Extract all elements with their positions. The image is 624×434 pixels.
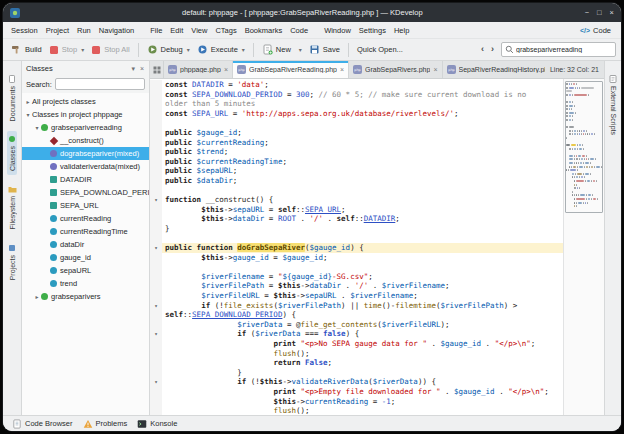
tree-item-currentreadingtime[interactable]: currentReadingTime bbox=[22, 225, 149, 238]
dock-tab-documents[interactable]: Documents bbox=[7, 71, 17, 125]
panel-close-icon[interactable]: × bbox=[139, 64, 145, 73]
navigate-forward-button[interactable]: › bbox=[488, 43, 497, 56]
collapse-arrow-icon[interactable]: ▾ bbox=[33, 124, 41, 131]
menu-run[interactable]: Run bbox=[73, 24, 95, 37]
code-line[interactable]: ▾public function doGrabSepaRiver($gauge_… bbox=[150, 243, 563, 253]
expand-arrow-icon[interactable]: ▸ bbox=[24, 98, 32, 105]
code-line[interactable]: const DATADIR = 'data'; bbox=[150, 80, 563, 90]
code-line[interactable]: public $dataDir; bbox=[150, 176, 563, 186]
code-browser-toggle[interactable]: Code Browser bbox=[8, 418, 77, 430]
navigate-back-button[interactable]: ‹ bbox=[478, 43, 487, 56]
code-area[interactable]: const DATADIR = 'data';const SEPA_DOWNLO… bbox=[150, 79, 563, 415]
tree-item-validateriverdata-mixed-[interactable]: validateriverdata(mixed) bbox=[22, 160, 149, 173]
code-line[interactable]: $this->currentReading = -1; bbox=[150, 397, 563, 407]
code-line[interactable]: public $gauge_id; bbox=[150, 128, 563, 138]
expand-arrow-icon[interactable]: ▸ bbox=[33, 293, 41, 300]
code-line[interactable]: const SEPA_DOWNLOAD_PERIOD = 300; // 60 … bbox=[150, 90, 563, 100]
quick-open-button[interactable]: Quick Open... bbox=[354, 43, 406, 56]
menu-session[interactable]: Session bbox=[7, 24, 42, 37]
code-line[interactable]: flush(); bbox=[150, 349, 563, 359]
tree-item-grabseparivers[interactable]: ▸grabseparivers bbox=[22, 290, 149, 303]
menu-bookmarks[interactable]: Bookmarks bbox=[241, 24, 287, 37]
search-input[interactable] bbox=[516, 46, 612, 53]
tree-item-all-projects-classes[interactable]: ▸All projects classes bbox=[22, 95, 149, 108]
debug-button[interactable]: Debug ▾ bbox=[144, 42, 193, 57]
code-line[interactable]: const SEPA_URL = 'http://apps.sepa.org.u… bbox=[150, 109, 563, 119]
tree-item-currentreading[interactable]: currentReading bbox=[22, 212, 149, 225]
editor-tab-separiverreadinghistory-php[interactable]: phpSepaRiverReadingHistory.php× bbox=[443, 61, 545, 78]
tree-item-trend[interactable]: trend bbox=[22, 277, 149, 290]
dock-tab-external-scripts[interactable]: External Scripts bbox=[608, 71, 618, 139]
code-line[interactable]: flush(); bbox=[150, 406, 563, 415]
menu-edit[interactable]: Edit bbox=[166, 24, 187, 37]
code-line[interactable]: ▾function __construct() { bbox=[150, 195, 563, 205]
menu-project[interactable]: Project bbox=[42, 24, 73, 37]
code-line[interactable] bbox=[150, 234, 563, 244]
tree-item-dograbsepariver-mixed-[interactable]: dograbsepariver(mixed) bbox=[22, 147, 149, 160]
panel-options-icon[interactable]: ▾ bbox=[130, 64, 136, 73]
quick-open-search[interactable] bbox=[501, 42, 616, 57]
editor-tab-grabsepariverreading-php[interactable]: phpGrabSepaRiverReading.php× bbox=[233, 61, 349, 78]
code-line[interactable]: $riverData = @file_get_contents($riverFi… bbox=[150, 320, 563, 330]
stop-dropdown-icon[interactable]: ▾ bbox=[81, 46, 84, 53]
menu-help[interactable]: Help bbox=[390, 24, 413, 37]
fold-marker-icon[interactable]: ▾ bbox=[150, 377, 162, 387]
fold-marker-icon[interactable]: ▾ bbox=[150, 301, 162, 311]
dock-tab-projects[interactable]: Projects bbox=[7, 240, 17, 284]
fold-marker-icon[interactable]: ▾ bbox=[150, 329, 162, 339]
menu-file[interactable]: File bbox=[146, 24, 166, 37]
fold-marker-icon[interactable]: ▾ bbox=[150, 243, 162, 253]
konsole-toggle[interactable]: Konsole bbox=[133, 418, 181, 430]
editor-tab-grabseparivers-php[interactable]: phpGrabSepaRivers.php× bbox=[349, 61, 442, 78]
code-line[interactable]: public $sepaURL; bbox=[150, 166, 563, 176]
code-line[interactable]: $riverFilePath = $this->dataDir . '/' . … bbox=[150, 281, 563, 291]
classes-search-input[interactable] bbox=[55, 78, 145, 90]
code-line[interactable]: public $currentReading; bbox=[150, 138, 563, 148]
code-line[interactable]: public $currentReadingTime; bbox=[150, 157, 563, 167]
tree-item-sepaurl[interactable]: sepaURL bbox=[22, 264, 149, 277]
close-button[interactable]: × bbox=[610, 9, 614, 17]
tab-close-icon[interactable]: × bbox=[433, 66, 437, 73]
code-line[interactable]: print "<p>No SEPA gauge data for " . $ga… bbox=[150, 339, 563, 349]
tab-close-icon[interactable]: × bbox=[224, 66, 228, 73]
menu-view[interactable]: View bbox=[187, 24, 211, 37]
code-line[interactable]: ▾ if ($riverData === false) { bbox=[150, 329, 563, 339]
code-line[interactable]: } bbox=[150, 224, 563, 234]
tree-item-gauge-id[interactable]: gauge_id bbox=[22, 251, 149, 264]
code-line[interactable]: self::SEPA_DOWNLOAD_PERIOD) { bbox=[150, 310, 563, 320]
tree-item--construct-[interactable]: __construct() bbox=[22, 134, 149, 147]
tree-item-datadir[interactable]: dataDir bbox=[22, 238, 149, 251]
tree-item-grabsepariverreading[interactable]: ▾grabsepariverreading bbox=[22, 121, 149, 134]
tree-item-sepa-url[interactable]: SEPA_URL bbox=[22, 199, 149, 212]
code-line[interactable]: $riverFileURL = $this->sepaURL . $riverF… bbox=[150, 291, 563, 301]
dock-tab-filesystem[interactable]: Filesystem bbox=[7, 181, 18, 233]
code-line[interactable]: public $trend; bbox=[150, 147, 563, 157]
editor-tab-phppage-php[interactable]: phpphppage.php× bbox=[164, 61, 233, 78]
code-line[interactable]: return False; bbox=[150, 358, 563, 368]
tree-item-sepa-download-period[interactable]: SEPA_DOWNLOAD_PERIOD bbox=[22, 186, 149, 199]
code-line[interactable]: ▾ if (!file_exists($riverFilePath) || ti… bbox=[150, 301, 563, 311]
code-line[interactable]: $this->gauge_id = $gauge_id; bbox=[150, 253, 563, 263]
menu-settings[interactable]: Settings bbox=[355, 24, 390, 37]
collapse-arrow-icon[interactable]: ▾ bbox=[24, 111, 32, 118]
debug-dropdown-icon[interactable]: ▾ bbox=[187, 46, 190, 53]
code-line[interactable] bbox=[150, 118, 563, 128]
code-line[interactable]: print "<p>Empty file downloaded for " . … bbox=[150, 387, 563, 397]
save-button[interactable]: Save bbox=[306, 42, 343, 57]
document-switcher-button[interactable] bbox=[150, 61, 164, 78]
minimap-scrollbar[interactable] bbox=[563, 79, 604, 415]
new-button[interactable]: New bbox=[259, 42, 294, 57]
code-line[interactable]: $this->dataDir = ROOT . '/' . self::DATA… bbox=[150, 214, 563, 224]
code-line[interactable]: $this->sepaURL = self::SEPA_URL; bbox=[150, 205, 563, 215]
code-line[interactable]: $riverFilename = "${gauge_id}-SG.csv"; bbox=[150, 272, 563, 282]
fold-marker-icon[interactable]: ▾ bbox=[150, 195, 162, 205]
area-switcher-code[interactable]: </> Code bbox=[574, 25, 617, 36]
stop-all-button[interactable]: Stop All bbox=[88, 43, 132, 57]
problems-toggle[interactable]: Problems bbox=[79, 418, 132, 430]
execute-button[interactable]: Execute ▾ bbox=[194, 42, 248, 57]
code-line[interactable] bbox=[150, 186, 563, 196]
tree-item-datadir[interactable]: DATADIR bbox=[22, 173, 149, 186]
open-dropdown-button[interactable]: ▾ bbox=[295, 44, 305, 55]
dock-tab-classes[interactable]: Classes bbox=[7, 131, 17, 175]
menu-code[interactable]: Code bbox=[286, 24, 312, 37]
